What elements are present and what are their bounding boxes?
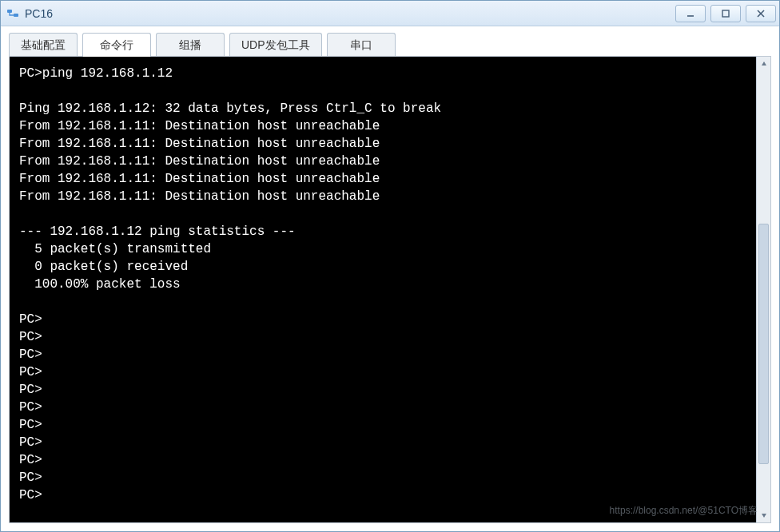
maximize-button[interactable] bbox=[710, 5, 741, 22]
minimize-button[interactable] bbox=[675, 5, 706, 22]
tab-serial[interactable]: 串口 bbox=[327, 33, 396, 57]
scroll-track[interactable] bbox=[757, 71, 770, 508]
close-button[interactable] bbox=[746, 5, 776, 22]
close-icon bbox=[756, 9, 766, 18]
scroll-down-button[interactable] bbox=[757, 508, 771, 522]
svg-rect-1 bbox=[14, 14, 18, 17]
minimize-icon bbox=[686, 9, 695, 18]
tab-command-line[interactable]: 命令行 bbox=[82, 33, 151, 57]
client-area: 基础配置 命令行 组播 UDP发包工具 串口 PC>ping 192.168.1… bbox=[1, 26, 779, 531]
app-icon bbox=[6, 6, 20, 21]
tab-bar: 基础配置 命令行 组播 UDP发包工具 串口 bbox=[9, 33, 771, 57]
svg-rect-3 bbox=[722, 10, 729, 17]
scroll-thumb[interactable] bbox=[758, 224, 769, 464]
scrollbar[interactable] bbox=[756, 57, 770, 522]
app-window: PC16 基础配置 命令行 组播 UDP发包工具 串口 PC>ping 192.… bbox=[0, 0, 780, 532]
svg-marker-6 bbox=[762, 62, 766, 66]
titlebar[interactable]: PC16 bbox=[1, 1, 779, 26]
scroll-up-button[interactable] bbox=[757, 57, 771, 71]
terminal-output[interactable]: PC>ping 192.168.1.12 Ping 192.168.1.12: … bbox=[10, 57, 756, 522]
maximize-icon bbox=[721, 9, 730, 18]
tab-udp-tool[interactable]: UDP发包工具 bbox=[229, 33, 322, 57]
window-title: PC16 bbox=[25, 7, 675, 20]
svg-rect-0 bbox=[7, 10, 12, 13]
chevron-down-icon bbox=[761, 512, 767, 518]
chevron-up-icon bbox=[761, 61, 767, 67]
svg-marker-7 bbox=[762, 514, 766, 518]
terminal-container: PC>ping 192.168.1.12 Ping 192.168.1.12: … bbox=[9, 56, 771, 523]
tab-basic-config[interactable]: 基础配置 bbox=[9, 33, 78, 57]
tab-multicast[interactable]: 组播 bbox=[156, 33, 225, 57]
window-controls bbox=[675, 5, 776, 22]
